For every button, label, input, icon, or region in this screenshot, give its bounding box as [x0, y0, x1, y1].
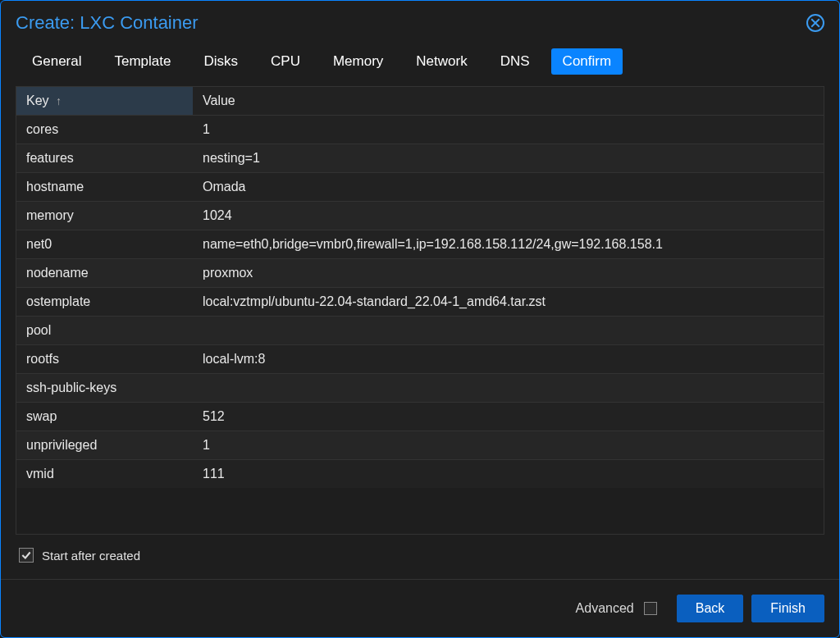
tab-memory[interactable]: Memory — [322, 48, 395, 75]
table-row[interactable]: pool — [16, 317, 824, 345]
dialog-header: Create: LXC Container — [1, 1, 839, 39]
cell-key: ostemplate — [16, 288, 193, 317]
back-button[interactable]: Back — [677, 595, 744, 622]
dialog-body: Key ↑ Value cores1featuresnesting=1hostn… — [1, 86, 839, 569]
cell-value: 1 — [193, 116, 824, 144]
cell-key: vmid — [16, 460, 193, 489]
tab-confirm[interactable]: Confirm — [551, 48, 623, 75]
confirm-table: Key ↑ Value cores1featuresnesting=1hostn… — [16, 87, 824, 488]
cell-key: net0 — [16, 230, 193, 259]
dialog-footer: Advanced Back Finish — [1, 579, 839, 637]
cell-value: local:vztmpl/ubuntu-22.04-standard_22.04… — [193, 288, 824, 317]
advanced-checkbox[interactable] — [644, 602, 657, 615]
column-header-value[interactable]: Value — [193, 87, 824, 116]
cell-value: nesting=1 — [193, 144, 824, 173]
table-row[interactable]: unprivileged1 — [16, 431, 824, 460]
check-icon — [21, 549, 32, 561]
tab-disks[interactable]: Disks — [192, 48, 249, 75]
dialog-title: Create: LXC Container — [16, 12, 199, 34]
cell-key: pool — [16, 317, 193, 345]
cell-value: 1024 — [193, 202, 824, 230]
tab-template[interactable]: Template — [103, 48, 182, 75]
cell-key: ssh-public-keys — [16, 374, 193, 403]
table-row[interactable]: cores1 — [16, 116, 824, 144]
table-row[interactable]: featuresnesting=1 — [16, 144, 824, 173]
table-row[interactable]: hostnameOmada — [16, 173, 824, 202]
column-header-value-label: Value — [203, 93, 235, 107]
cell-value: 512 — [193, 403, 824, 431]
cell-value: name=eth0,bridge=vmbr0,firewall=1,ip=192… — [193, 230, 824, 259]
tab-general[interactable]: General — [21, 48, 93, 75]
cell-key: cores — [16, 116, 193, 144]
cell-key: unprivileged — [16, 431, 193, 460]
table-row[interactable]: rootfslocal-lvm:8 — [16, 345, 824, 374]
close-icon — [810, 18, 820, 28]
cell-value: local-lvm:8 — [193, 345, 824, 374]
cell-value — [193, 374, 824, 403]
table-row[interactable]: net0name=eth0,bridge=vmbr0,firewall=1,ip… — [16, 230, 824, 259]
cell-value — [193, 317, 824, 345]
table-row[interactable]: ostemplatelocal:vztmpl/ubuntu-22.04-stan… — [16, 288, 824, 317]
cell-key: memory — [16, 202, 193, 230]
cell-key: swap — [16, 403, 193, 431]
cell-key: features — [16, 144, 193, 173]
cell-value: Omada — [193, 173, 824, 202]
table-row[interactable]: swap512 — [16, 403, 824, 431]
column-header-key-label: Key — [26, 93, 49, 107]
cell-key: nodename — [16, 259, 193, 288]
advanced-label: Advanced — [576, 601, 634, 616]
close-button[interactable] — [806, 14, 824, 32]
table-row[interactable]: nodenameproxmox — [16, 259, 824, 288]
start-after-created-label: Start after created — [42, 549, 140, 563]
table-row[interactable]: memory1024 — [16, 202, 824, 230]
tab-network[interactable]: Network — [404, 48, 478, 75]
finish-button[interactable]: Finish — [751, 595, 824, 622]
table-row[interactable]: vmid111 — [16, 460, 824, 489]
tab-cpu[interactable]: CPU — [259, 48, 312, 75]
cell-value: 111 — [193, 460, 824, 489]
start-after-created-row: Start after created — [16, 535, 824, 569]
cell-key: hostname — [16, 173, 193, 202]
column-header-key[interactable]: Key ↑ — [16, 87, 193, 116]
start-after-created-checkbox[interactable] — [19, 548, 34, 563]
confirm-table-wrap: Key ↑ Value cores1featuresnesting=1hostn… — [16, 86, 824, 535]
sort-ascending-icon: ↑ — [56, 94, 62, 107]
cell-value: 1 — [193, 431, 824, 460]
wizard-tabs: GeneralTemplateDisksCPUMemoryNetworkDNSC… — [1, 39, 839, 86]
table-row[interactable]: ssh-public-keys — [16, 374, 824, 403]
tab-dns[interactable]: DNS — [489, 48, 541, 75]
cell-value: proxmox — [193, 259, 824, 288]
create-container-dialog: Create: LXC Container GeneralTemplateDis… — [0, 0, 840, 638]
cell-key: rootfs — [16, 345, 193, 374]
